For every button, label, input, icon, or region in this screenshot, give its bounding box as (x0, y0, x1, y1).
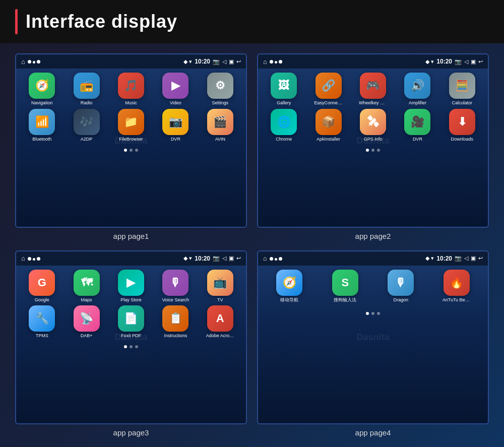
status-left: ⌂ (21, 254, 40, 262)
main-content: ⌂ ◆ ▾ 10:20 📷 ◁ ▣ ↩ 🧭Navigation📻Radio🎵Mu… (0, 43, 504, 447)
app-item-chrome[interactable]: 🌐Chrome (263, 109, 304, 142)
app-icon-easyconnecte: 🔗 (316, 73, 342, 99)
dot1 (28, 60, 31, 63)
page-dot-1 (130, 345, 133, 348)
app-item-搜狗输入法[interactable]: S搜狗输入法 (319, 270, 372, 303)
app-icon-play-store: ▶ (118, 270, 144, 296)
app-label-adobe-acrobat: Adobe Acrobat (206, 333, 234, 339)
app-label-play-store: Play Store (120, 297, 142, 303)
app-item-antutu-bench[interactable]: 🔥AnTuTu Bench (430, 270, 483, 303)
app-label-dvr: DVR (171, 137, 180, 142)
app-item-gps-info[interactable]: 🛰GPS Info (352, 109, 394, 142)
status-left: ⌂ (263, 58, 282, 66)
app-icon-calculator: 🧮 (449, 73, 475, 99)
watermark: Dasnita (356, 332, 389, 343)
app-item-music[interactable]: 🎵Music (110, 73, 152, 106)
app-label-downloads: Downloads (451, 137, 474, 142)
apps-grid: 🧭移动导航S搜狗输入法🎙Dragon🔥AnTuTu Bench (258, 266, 488, 310)
status-right: ◆ ▾ 10:20 📷 ◁ ▣ ↩ (425, 58, 483, 65)
page-dot-0 (124, 345, 127, 348)
app-icon-music: 🎵 (118, 73, 144, 99)
app-icon-gallery: 🖼 (271, 73, 297, 99)
app-label-apkinstaller: ApkInstaller (317, 137, 340, 142)
app-label-antutu-bench: AnTuTu Bench (443, 297, 471, 303)
section-label-page4: app page4 (355, 428, 391, 437)
app-icon-tpms: 🔧 (29, 305, 55, 332)
status-indicator-dots (28, 256, 40, 262)
app-label-tv: TV (217, 297, 223, 303)
app-item-easyconnecte[interactable]: 🔗EasyConnecte (307, 73, 349, 106)
app-item-tpms[interactable]: 🔧TPMS (21, 305, 62, 339)
app-item-filebrowser[interactable]: 📁FileBrowser (110, 109, 152, 142)
app-item-voice-search[interactable]: 🎙Voice Search (155, 270, 196, 303)
app-item-foxit-pdf[interactable]: 📄Foxit PDF (110, 305, 152, 339)
app-item-dab+[interactable]: 📡DAB+ (66, 305, 107, 339)
camera-icon: 📷 (455, 58, 462, 65)
page-dot-2 (377, 149, 380, 152)
app-item-settings[interactable]: ⚙Settings (200, 73, 241, 106)
dot1 (28, 257, 31, 261)
app-item-play-store[interactable]: ▶Play Store (110, 270, 152, 303)
home-icon: ⌂ (263, 254, 267, 262)
media-icon: ▣ (229, 255, 234, 262)
home-icon: ⌂ (21, 254, 25, 262)
app-item-移动导航[interactable]: 🧭移动导航 (263, 270, 316, 303)
header: Interface display (0, 0, 504, 43)
status-time: 10:20 (436, 255, 452, 262)
app-label-wheelkey-stuc: Wheelkey Stuc (359, 100, 387, 106)
app-label-google: Google (35, 297, 49, 303)
status-bar: ⌂ ◆ ▾ 10:20 📷 ◁ ▣ ↩ (258, 54, 488, 69)
app-item-google[interactable]: GGoogle (21, 270, 62, 303)
volume-icon: ◁ (222, 58, 226, 65)
app-item-amplifier[interactable]: 🔊Amplifier (397, 73, 438, 106)
app-item-bluetooth[interactable]: 📶Bluetooth (21, 109, 62, 142)
app-icon-foxit-pdf: 📄 (118, 305, 144, 332)
app-icon-wheelkey-stuc: 🎮 (360, 73, 386, 99)
app-item-maps[interactable]: 🗺Maps (66, 270, 107, 303)
status-bar: ⌂ ◆ ▾ 10:20 📷 ◁ ▣ ↩ (258, 251, 488, 266)
dot3 (279, 60, 282, 63)
camera-icon: 📷 (455, 255, 462, 262)
app-item-avin[interactable]: 🎬AVIN (200, 109, 241, 142)
header-accent-bar (15, 9, 18, 34)
back-icon: ↩ (236, 255, 241, 262)
app-label-tpms: TPMS (36, 333, 48, 339)
app-label-maps: Maps (81, 297, 92, 303)
app-item-downloads[interactable]: ⬇Downloads (442, 109, 483, 142)
app-item-navigation[interactable]: 🧭Navigation (21, 73, 62, 106)
dot3 (279, 257, 282, 261)
app-label-移动导航: 移动导航 (280, 297, 298, 303)
app-label-music: Music (125, 100, 137, 106)
app-section-page4: ⌂ ◆ ▾ 10:20 📷 ◁ ▣ ↩ 🧭移动导航S搜狗输入法🎙Dragon🔥A… (257, 250, 489, 437)
app-item-video[interactable]: ▶Video (155, 73, 196, 106)
app-item-dvr[interactable]: 🎥DVR (397, 109, 438, 142)
dot2 (275, 61, 277, 63)
app-item-dragon[interactable]: 🎙Dragon (374, 270, 427, 303)
app-section-page3: ⌂ ◆ ▾ 10:20 📷 ◁ ▣ ↩ GGoogle🗺Maps▶Play St… (15, 250, 247, 437)
app-item-gallery[interactable]: 🖼Gallery (263, 73, 304, 106)
app-item-apkinstaller[interactable]: 📦ApkInstaller (307, 109, 349, 142)
app-label-chrome: Chrome (276, 137, 292, 142)
status-right: ◆ ▾ 10:20 📷 ◁ ▣ ↩ (183, 58, 241, 65)
app-item-adobe-acrobat[interactable]: AAdobe Acrobat (200, 305, 241, 339)
dot2 (33, 258, 35, 261)
app-item-tv[interactable]: 📺TV (200, 270, 241, 303)
volume-icon: ◁ (222, 255, 226, 262)
screen-page2: ⌂ ◆ ▾ 10:20 📷 ◁ ▣ ↩ 🖼Gallery🔗EasyConnect… (257, 53, 489, 228)
app-icon-搜狗输入法: S (332, 270, 358, 296)
status-right: ◆ ▾ 10:20 📷 ◁ ▣ ↩ (183, 255, 241, 262)
app-icon-instructions: 📋 (162, 305, 188, 332)
app-item-dvr[interactable]: 📷DVR (155, 109, 196, 142)
page-title: Interface display (26, 11, 177, 32)
app-label-dvr: DVR (413, 137, 422, 142)
app-item-calculator[interactable]: 🧮Calculator (442, 73, 483, 106)
volume-icon: ◁ (464, 58, 468, 65)
screen-page1: ⌂ ◆ ▾ 10:20 📷 ◁ ▣ ↩ 🧭Navigation📻Radio🎵Mu… (15, 53, 247, 228)
media-icon: ▣ (471, 255, 476, 262)
app-item-instructions[interactable]: 📋Instructions (155, 305, 196, 339)
app-item-wheelkey-stuc[interactable]: 🎮Wheelkey Stuc (352, 73, 394, 106)
app-item-radio[interactable]: 📻Radio (66, 73, 107, 106)
page-dot-2 (135, 149, 138, 152)
status-bar: ⌂ ◆ ▾ 10:20 📷 ◁ ▣ ↩ (16, 251, 246, 266)
app-item-a2dp[interactable]: 🎶A2DP (66, 109, 107, 142)
